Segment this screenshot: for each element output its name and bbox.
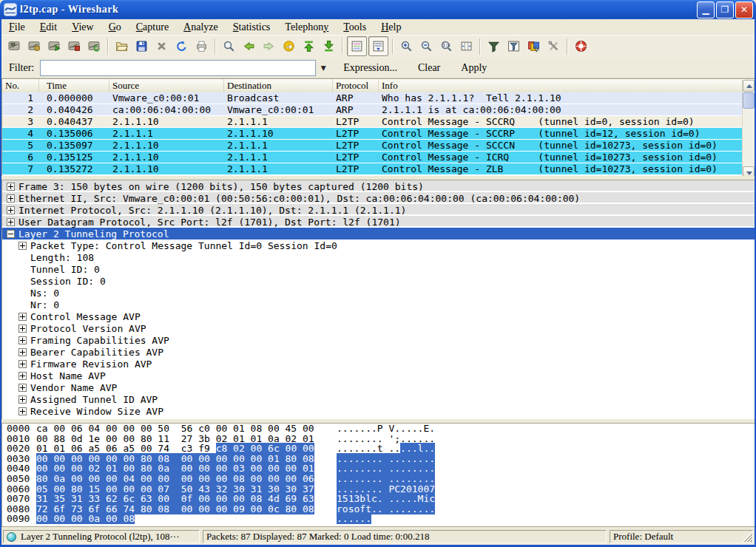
save-file-button[interactable] [132, 37, 151, 55]
detail-row[interactable]: Frame 3: 150 bytes on wire (1200 bits), … [2, 180, 755, 192]
expand-icon[interactable] [7, 218, 15, 226]
hex-row-0050[interactable]: 005080 0a 00 00 00 04 00 00 00 00 00 08 … [2, 474, 755, 484]
menu-file[interactable]: File [1, 20, 33, 35]
detail-row[interactable]: User Datagram Protocol, Src Port: l2f (1… [2, 216, 755, 228]
hex-bytes[interactable]: 05 00 80 15 00 00 00 07 50 43 32 30 31 3… [36, 484, 314, 495]
hex-bytes[interactable]: 00 88 0d 1e 00 00 80 11 27 3b 02 01 01 0… [36, 434, 314, 444]
detail-row[interactable]: Length: 108 [2, 251, 755, 263]
hex-row-0090[interactable]: 009000 00 00 0a 00 08...... [2, 514, 755, 524]
detail-row[interactable]: Ns: 0 [2, 287, 755, 299]
auto-scroll-button[interactable] [368, 36, 388, 56]
column-header-info[interactable]: Info [379, 79, 749, 92]
hex-row-0070[interactable]: 007031 35 31 33 62 6c 63 00 0f 00 00 00 … [2, 494, 755, 504]
title-bar[interactable]: l2tp.cap - Wireshark ▁ ❐ ✕ [0, 0, 756, 19]
detail-row[interactable]: Internet Protocol, Src: 2.1.1.10 (2.1.1.… [2, 204, 755, 216]
hex-row-0040[interactable]: 004000 00 00 02 01 00 80 0a 00 00 00 03 … [2, 463, 755, 474]
capture-filter-button[interactable] [485, 37, 503, 55]
close-file-button[interactable] [152, 37, 171, 55]
expert-info-icon[interactable] [7, 532, 16, 542]
hex-ascii[interactable]: ........ ........ [337, 454, 435, 464]
menu-statistics[interactable]: Statistics [226, 20, 278, 35]
hex-bytes-selected[interactable]: c8 02 00 6c 00 00 [216, 443, 314, 454]
detail-row[interactable]: Tunnel ID: 0 [2, 263, 755, 275]
go-forward-button[interactable] [260, 37, 278, 55]
expand-icon[interactable] [18, 360, 27, 368]
hex-ascii[interactable]: .......P V.....E. [337, 424, 435, 434]
detail-row[interactable]: Packet Type: Control Message Tunnel Id=0… [2, 239, 755, 251]
menu-capture[interactable]: Capture [129, 20, 176, 35]
hex-ascii-selected[interactable]: ...l.. [400, 443, 435, 454]
column-header-protocol[interactable]: Protocol [333, 79, 379, 92]
hex-bytes[interactable]: 00 00 00 0a 00 08 [36, 514, 135, 524]
detail-row[interactable]: Session ID: 0 [2, 275, 755, 287]
go-bottom-button[interactable] [320, 37, 338, 55]
packet-row-2[interactable]: 20.040426ca:00:06:04:00:00Vmware_c0:00:0… [2, 104, 743, 116]
scroll-up-button[interactable] [743, 80, 755, 92]
hex-bytes[interactable]: 01 01 06 a5 06 a5 00 74 c3 f9 c8 02 00 6… [36, 444, 314, 454]
detail-row[interactable]: Vendor Name AVP [2, 381, 755, 393]
go-top-button[interactable] [300, 37, 318, 55]
expand-icon[interactable] [18, 395, 27, 404]
menu-telephony[interactable]: Telephony [277, 20, 336, 35]
capture-start-button[interactable] [45, 37, 64, 55]
capture-options-button[interactable] [25, 37, 44, 55]
capture-restart-button[interactable] [85, 37, 104, 55]
detail-row[interactable]: Framing Capabilities AVP [2, 334, 755, 346]
hex-row-0080[interactable]: 008072 6f 73 6f 66 74 80 08 00 00 00 09 … [2, 504, 755, 514]
list-interfaces-button[interactable] [5, 37, 24, 55]
packet-row-6[interactable]: 60.1351252.1.1.102.1.1.1L2TPControl Mess… [2, 152, 743, 163]
clear-button[interactable]: Clear [411, 61, 447, 75]
expand-icon[interactable] [18, 242, 27, 250]
hex-ascii[interactable]: ........ ';...... [337, 434, 435, 444]
collapse-icon[interactable] [7, 230, 15, 238]
coloring-rules-button[interactable] [524, 37, 543, 55]
detail-row[interactable]: Nr: 0 [2, 299, 755, 310]
reload-button[interactable] [172, 37, 191, 55]
expand-icon[interactable] [18, 325, 27, 333]
detail-row[interactable]: Bearer Capabilities AVP [2, 346, 755, 358]
packet-list-scrollbar[interactable] [742, 80, 755, 178]
hex-ascii[interactable]: ........ ........ [337, 474, 435, 484]
expand-icon[interactable] [18, 372, 27, 380]
go-to-packet-button[interactable] [280, 37, 298, 55]
packet-row-1[interactable]: 10.000000Vmware_c0:00:01BroadcastARPWho … [2, 92, 743, 104]
hex-ascii-selected[interactable]: ........ ........ [337, 473, 435, 484]
column-header-time[interactable]: Time [39, 79, 109, 92]
scrollbar-thumb[interactable] [743, 92, 755, 109]
hex-row-0020[interactable]: 002001 01 06 a5 06 a5 00 74 c3 f9 c8 02 … [2, 444, 755, 454]
go-back-button[interactable] [240, 37, 258, 55]
hex-ascii-selected[interactable]: ...... [337, 513, 371, 524]
menu-view[interactable]: View [64, 20, 101, 35]
expand-icon[interactable] [18, 384, 27, 392]
zoom-in-button[interactable] [397, 37, 416, 55]
hex-ascii[interactable]: ........ ........ [337, 463, 435, 474]
detail-row[interactable]: Firmware Revision AVP [2, 358, 755, 370]
open-file-button[interactable] [112, 37, 131, 55]
hex-bytes-selected[interactable]: 80 0a 00 00 00 04 00 00 00 00 00 08 00 0… [36, 473, 314, 484]
minimize-button[interactable]: ▁ [697, 1, 715, 18]
packet-row-5[interactable]: 50.1350972.1.1.102.1.1.1L2TPControl Mess… [2, 140, 743, 152]
menu-tools[interactable]: Tools [336, 20, 374, 35]
close-button[interactable]: ✕ [735, 1, 753, 18]
expand-icon[interactable] [18, 336, 27, 344]
expand-icon[interactable] [7, 194, 15, 203]
hex-bytes-selected[interactable]: 31 35 31 33 62 6c 63 00 0f 00 00 00 08 4… [36, 493, 314, 504]
display-filter-button[interactable] [504, 37, 523, 55]
detail-row[interactable]: Receive Window Size AVP [2, 405, 755, 417]
packet-row-4[interactable]: 40.1350062.1.1.12.1.1.10L2TPControl Mess… [2, 128, 743, 140]
detail-row[interactable]: Assigned Tunnel ID AVP [2, 393, 755, 405]
hex-ascii[interactable]: ...... [337, 514, 371, 524]
help-button[interactable] [572, 37, 590, 55]
menu-analyze[interactable]: Analyze [176, 20, 226, 35]
zoom-100-button[interactable]: 1:1 [437, 37, 456, 55]
detail-row[interactable]: Layer 2 Tunneling Protocol [2, 228, 755, 239]
column-header-destination[interactable]: Destination [224, 79, 333, 92]
packet-row-3[interactable]: 30.0404372.1.1.102.1.1.1L2TPControl Mess… [2, 116, 743, 128]
hex-ascii[interactable]: rosoft.. ........ [337, 504, 435, 514]
hex-bytes-selected[interactable]: 00 00 00 0a 00 08 [36, 513, 135, 524]
hex-bytes[interactable]: 31 35 31 33 62 6c 63 00 0f 00 00 00 08 4… [36, 494, 314, 504]
hex-ascii[interactable]: 1513blc. .....Mic [337, 494, 435, 504]
status-profile-section[interactable]: Profile: Default [610, 530, 753, 543]
find-packet-button[interactable] [220, 37, 238, 55]
packet-row-7[interactable]: 70.1352722.1.1.102.1.1.1L2TPControl Mess… [2, 163, 743, 175]
